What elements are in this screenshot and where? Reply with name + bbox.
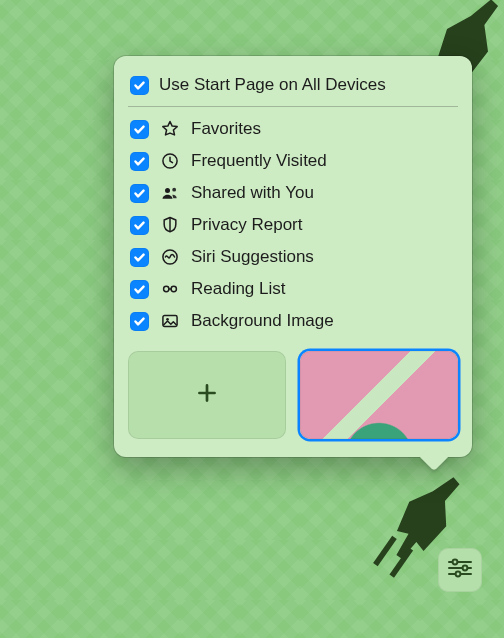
option-label: Frequently Visited bbox=[191, 151, 456, 171]
option-label: Background Image bbox=[191, 311, 456, 331]
clock-icon bbox=[159, 150, 181, 172]
siri-icon bbox=[159, 246, 181, 268]
option-frequently-visited[interactable]: Frequently Visited bbox=[128, 145, 458, 177]
option-shared-with-you[interactable]: Shared with You bbox=[128, 177, 458, 209]
checkbox-checked-icon[interactable] bbox=[130, 184, 149, 203]
svg-point-15 bbox=[463, 566, 468, 571]
svg-point-6 bbox=[172, 188, 176, 192]
checkbox-checked-icon[interactable] bbox=[130, 248, 149, 267]
add-background-tile[interactable] bbox=[128, 351, 286, 439]
svg-point-13 bbox=[453, 560, 458, 565]
svg-rect-10 bbox=[163, 316, 177, 327]
option-siri-suggestions[interactable]: Siri Suggestions bbox=[128, 241, 458, 273]
option-use-start-page-all-devices[interactable]: Use Start Page on All Devices bbox=[128, 70, 458, 100]
shield-icon bbox=[159, 214, 181, 236]
option-reading-list[interactable]: Reading List bbox=[128, 273, 458, 305]
divider bbox=[128, 106, 458, 107]
svg-point-8 bbox=[164, 286, 169, 291]
option-label: Reading List bbox=[191, 279, 456, 299]
checkbox-checked-icon[interactable] bbox=[130, 152, 149, 171]
option-label: Privacy Report bbox=[191, 215, 456, 235]
background-thumbnails-row bbox=[128, 351, 458, 439]
svg-point-5 bbox=[165, 188, 170, 193]
svg-point-9 bbox=[171, 286, 176, 291]
checkbox-checked-icon[interactable] bbox=[130, 120, 149, 139]
checkbox-checked-icon[interactable] bbox=[130, 76, 149, 95]
customize-start-page-button[interactable] bbox=[438, 548, 482, 592]
svg-rect-2 bbox=[373, 536, 397, 566]
start-page-options-popover: Use Start Page on All Devices Favorites … bbox=[114, 56, 472, 457]
glasses-icon bbox=[159, 278, 181, 300]
option-privacy-report[interactable]: Privacy Report bbox=[128, 209, 458, 241]
checkbox-checked-icon[interactable] bbox=[130, 280, 149, 299]
checkbox-checked-icon[interactable] bbox=[130, 216, 149, 235]
option-favorites[interactable]: Favorites bbox=[128, 113, 458, 145]
star-icon bbox=[159, 118, 181, 140]
option-background-image[interactable]: Background Image bbox=[128, 305, 458, 337]
people-icon bbox=[159, 182, 181, 204]
svg-point-17 bbox=[456, 572, 461, 577]
plus-icon bbox=[194, 380, 220, 410]
background-thumbnail-selected[interactable] bbox=[300, 351, 458, 439]
option-label: Siri Suggestions bbox=[191, 247, 456, 267]
option-label: Favorites bbox=[191, 119, 456, 139]
image-icon bbox=[159, 310, 181, 332]
sliders-icon bbox=[447, 558, 473, 582]
checkbox-checked-icon[interactable] bbox=[130, 312, 149, 331]
option-label: Shared with You bbox=[191, 183, 456, 203]
option-label: Use Start Page on All Devices bbox=[159, 75, 456, 95]
